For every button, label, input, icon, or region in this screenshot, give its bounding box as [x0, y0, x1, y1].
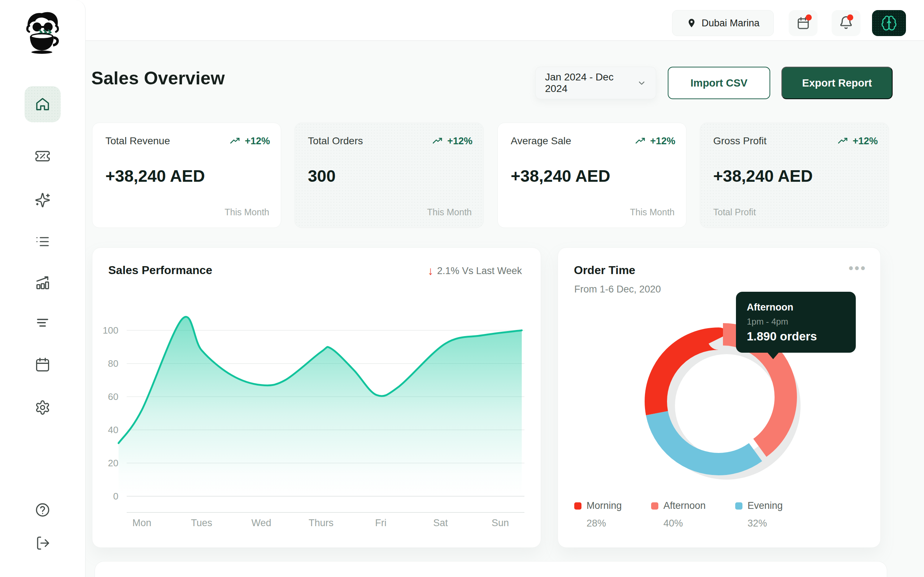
x-tick-label: Sat — [433, 517, 448, 528]
stat-card-gross-profit: Gross Profit +12% +38,240 AED Total Prof… — [700, 122, 889, 228]
y-tick-label: 0 — [113, 491, 118, 501]
stat-value: +38,240 AED — [105, 166, 205, 186]
bell-notification-dot — [847, 15, 853, 21]
stat-title: Average Sale — [511, 135, 571, 147]
legend-percent: 40% — [663, 518, 719, 529]
location-selector[interactable]: Dubai Marina — [672, 10, 774, 36]
trend-up-icon — [636, 137, 646, 145]
y-tick-label: 40 — [108, 424, 118, 435]
help-circle-icon — [35, 502, 50, 518]
chevron-down-icon — [637, 78, 646, 88]
sidebar-item-orders[interactable] — [32, 232, 53, 252]
y-tick-label: 20 — [108, 458, 118, 469]
stat-card-total-revenue: Total Revenue +12% +38,240 AED This Mont… — [92, 122, 281, 228]
calendar-icon — [35, 357, 50, 372]
stat-footnote: This Month — [225, 207, 269, 218]
area-fill — [118, 317, 522, 496]
legend-label: Evening — [748, 500, 783, 511]
ticket-percent-icon — [35, 148, 50, 164]
legend-percent: 32% — [748, 518, 793, 529]
tooltip-title: Afternoon — [747, 302, 845, 313]
trend-up-icon — [230, 137, 241, 145]
date-range-select[interactable]: Jan 2024 - Dec 2024 — [535, 67, 656, 99]
next-section-card — [95, 561, 887, 577]
app-logo — [19, 6, 66, 55]
stat-footnote: This Month — [630, 207, 675, 218]
sales-performance-panel: 020406080100MonTuesWedThursFriSatSun Sal… — [92, 247, 541, 548]
sidebar-item-ai[interactable] — [32, 190, 53, 210]
location-label: Dubai Marina — [702, 18, 760, 29]
tooltip-orders: 1.890 orders — [747, 330, 845, 343]
stat-footnote: Total Profit — [713, 207, 756, 218]
x-tick-label: Fri — [375, 517, 386, 528]
legend-item-morning: Morning 28% — [574, 500, 635, 529]
trend-badge: +12% — [230, 135, 270, 147]
legend-label: Afternoon — [663, 500, 706, 511]
stat-title: Gross Profit — [713, 135, 767, 147]
x-tick-label: Sun — [492, 517, 509, 528]
sales-delta-label: 2.1% Vs Last Week — [437, 266, 522, 277]
sales-delta: ↓ 2.1% Vs Last Week — [428, 265, 522, 277]
x-tick-label: Wed — [251, 517, 271, 528]
stat-value: +38,240 AED — [713, 166, 813, 186]
sidebar-item-schedule[interactable] — [32, 355, 53, 375]
sidebar-item-promotions[interactable] — [32, 146, 53, 166]
stat-value: +38,240 AED — [511, 166, 611, 186]
sidebar-item-help[interactable] — [32, 500, 53, 520]
brain-icon — [881, 15, 897, 31]
trend-up-icon — [838, 137, 849, 145]
calendar-notification-dot — [806, 15, 812, 21]
legend-item-afternoon: Afternoon 40% — [651, 500, 719, 529]
stat-card-total-orders: Total Orders +12% 300 This Month — [294, 122, 484, 228]
legend-swatch-morning — [574, 502, 582, 509]
date-range-value: Jan 2024 - Dec 2024 — [545, 71, 637, 95]
tooltip-tail — [767, 352, 779, 359]
sidebar-item-logout[interactable] — [32, 533, 53, 553]
sidebar-item-filters[interactable] — [32, 312, 53, 332]
trend-up-icon — [433, 137, 444, 145]
y-tick-label: 60 — [108, 391, 118, 402]
filter-lines-icon — [35, 314, 50, 330]
y-tick-label: 80 — [108, 358, 118, 369]
sidebar-item-home[interactable] — [24, 86, 61, 122]
x-tick-label: Thurs — [309, 517, 333, 528]
x-tick-label: Tues — [191, 517, 212, 528]
y-tick-label: 100 — [103, 325, 118, 336]
bar-chart-trend-icon — [35, 275, 50, 291]
panel-title: Sales Performance — [108, 264, 212, 277]
stat-title: Total Revenue — [105, 135, 170, 147]
export-report-button[interactable]: Export Report — [782, 67, 893, 99]
order-time-panel: Order Time From 1-6 Dec, 2020 ••• Aftern… — [558, 247, 881, 548]
trend-badge: +12% — [838, 135, 878, 147]
sales-area-chart: 020406080100MonTuesWedThursFriSatSun — [92, 248, 541, 548]
location-pin-icon — [687, 18, 696, 28]
sparkles-icon — [35, 192, 50, 208]
trend-badge: +12% — [433, 135, 472, 147]
legend-swatch-evening — [735, 502, 743, 509]
sidebar-item-analytics[interactable] — [32, 272, 53, 293]
sidebar — [0, 0, 86, 577]
settings-gear-icon — [35, 400, 50, 416]
top-bar — [0, 0, 924, 41]
stat-title: Total Orders — [308, 135, 363, 147]
donut-tooltip: Afternoon 1pm - 4pm 1.890 orders — [736, 292, 856, 353]
sales-dashboard: Dubai Marina Sales Overview Jan 2024 - D… — [0, 0, 924, 577]
tooltip-range: 1pm - 4pm — [747, 317, 845, 327]
stat-card-average-sale: Average Sale +12% +38,240 AED This Month — [498, 122, 687, 228]
ai-assistant-button[interactable] — [872, 10, 906, 36]
arrow-down-icon: ↓ — [428, 265, 433, 277]
home-icon — [34, 95, 51, 113]
legend-swatch-afternoon — [651, 502, 658, 509]
logout-icon — [35, 535, 50, 551]
stat-value: 300 — [308, 166, 336, 186]
sidebar-item-settings[interactable] — [32, 397, 53, 417]
donut-legend: Morning 28% Afternoon 40% Evening 32% — [574, 500, 793, 529]
legend-label: Morning — [586, 500, 622, 511]
page-title: Sales Overview — [91, 68, 225, 89]
legend-percent: 28% — [586, 518, 635, 529]
x-tick-label: Mon — [132, 517, 152, 528]
import-csv-button[interactable]: Import CSV — [668, 67, 770, 99]
calendar-button[interactable] — [789, 10, 817, 36]
notifications-button[interactable] — [832, 10, 861, 36]
stat-footnote: This Month — [427, 207, 472, 218]
